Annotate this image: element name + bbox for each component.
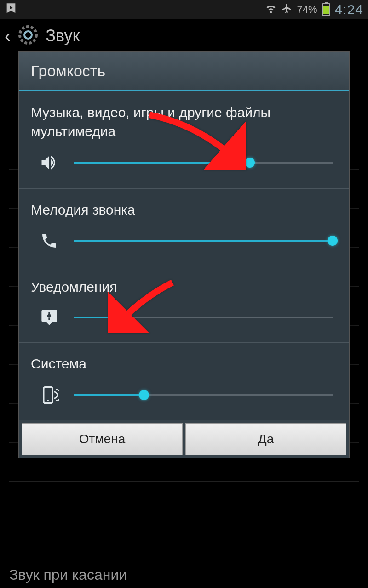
background-item: Звук при касании: [9, 566, 127, 583]
wifi-icon: [265, 2, 277, 17]
speaker-icon: [35, 153, 63, 173]
section-media: Музыка, видео, игры и другие файлы мульт…: [19, 91, 349, 189]
slider-notifications[interactable]: [74, 313, 333, 322]
play-store-icon: [5, 2, 17, 17]
gear-icon: [17, 24, 39, 48]
label-ringtone: Мелодия звонка: [31, 201, 337, 220]
label-notifications: Уведомления: [31, 278, 337, 297]
phone-icon: [35, 232, 63, 250]
slider-system[interactable]: [74, 390, 333, 400]
svg-point-0: [24, 31, 32, 39]
back-icon[interactable]: ‹: [5, 26, 11, 46]
dialog-header: Громкость: [19, 52, 349, 90]
svg-rect-3: [48, 318, 50, 320]
ok-button[interactable]: Да: [185, 423, 346, 455]
device-icon: [35, 385, 63, 405]
battery-percent: 74%: [297, 4, 317, 16]
svg-point-1: [20, 27, 36, 43]
clock: 4:24: [335, 2, 363, 17]
settings-header: ‹ Звук: [0, 19, 368, 52]
notification-icon: [35, 308, 63, 327]
airplane-icon: [282, 3, 293, 17]
label-system: Система: [31, 355, 337, 373]
label-media: Музыка, видео, игры и другие файлы мульт…: [31, 103, 337, 141]
slider-ringtone[interactable]: [74, 236, 333, 245]
svg-rect-4: [48, 312, 50, 317]
volume-dialog: Громкость Музыка, видео, игры и другие ф…: [18, 51, 350, 458]
section-notifications: Уведомления: [19, 266, 349, 343]
settings-title: Звук: [46, 26, 80, 45]
status-bar: 74% 4:24: [0, 0, 368, 19]
svg-point-6: [47, 400, 49, 401]
slider-media[interactable]: [74, 158, 333, 167]
section-ringtone: Мелодия звонка: [19, 189, 349, 266]
dialog-title: Громкость: [31, 62, 337, 80]
cancel-button[interactable]: Отмена: [22, 423, 183, 455]
section-system: Система: [19, 343, 349, 420]
battery-icon: [322, 3, 330, 16]
